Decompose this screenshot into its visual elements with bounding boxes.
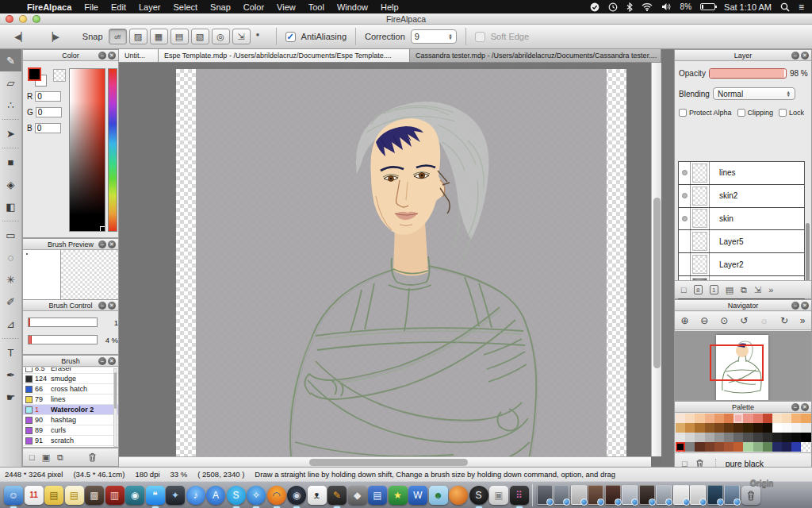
dock-document-thumb[interactable] <box>707 485 723 505</box>
palette-swatch[interactable] <box>685 414 695 423</box>
g-input[interactable] <box>36 107 62 117</box>
palette-swatch[interactable] <box>724 442 733 452</box>
palette-swatch[interactable] <box>753 442 763 452</box>
eyedropper-tool[interactable]: ✒ <box>0 364 21 386</box>
palette-swatch[interactable] <box>743 433 753 442</box>
dock-safari[interactable]: ✧ <box>247 486 266 505</box>
scatter-tool[interactable]: ∴ <box>0 94 21 116</box>
palette-swatch[interactable] <box>782 414 791 423</box>
select-rect-tool[interactable]: ▭ <box>0 224 21 246</box>
zoom-in-button[interactable]: ⊕ <box>680 315 688 326</box>
menu-file[interactable]: File <box>78 2 105 12</box>
dock-document-thumb[interactable] <box>571 485 587 505</box>
palette-swatch[interactable] <box>733 442 743 452</box>
prev-tab-button[interactable]: ◀▏ <box>8 32 34 42</box>
panel-close-icon[interactable]: ✕ <box>108 357 116 365</box>
palette-swatch[interactable] <box>763 423 772 433</box>
add-folder-button[interactable]: ▤ <box>726 285 733 295</box>
fill-rect-tool[interactable]: ■ <box>0 151 21 173</box>
palette-swatch[interactable] <box>753 423 763 433</box>
hand-tool[interactable]: ☛ <box>0 386 21 408</box>
dock-document-thumb[interactable] <box>553 485 569 505</box>
palette-swatch[interactable] <box>714 423 724 433</box>
palette-swatch[interactable] <box>705 414 714 423</box>
soft-edge-checkbox[interactable]: ✓ <box>475 32 485 42</box>
brush-opacity-slider[interactable] <box>28 335 98 344</box>
panel-close-icon[interactable]: ✕ <box>801 52 809 60</box>
document-tab-0[interactable]: Untit... <box>119 49 159 62</box>
palette-swatch[interactable] <box>753 414 763 423</box>
delete-brush-icon[interactable] <box>88 452 97 462</box>
palette-swatch[interactable] <box>763 433 772 442</box>
palette-swatch[interactable] <box>763 442 772 452</box>
zoom-reset-button[interactable]: ⊙ <box>720 315 728 326</box>
palette-swatch[interactable] <box>801 423 810 433</box>
bluetooth-icon[interactable] <box>626 2 633 12</box>
text-tool[interactable]: T <box>0 341 21 364</box>
palette-swatch[interactable] <box>772 442 782 452</box>
transparent-color-swatch[interactable] <box>53 69 66 82</box>
dock-blue-ledger[interactable]: ▤ <box>368 486 387 505</box>
notification-center-icon[interactable]: ≡ <box>799 2 804 13</box>
brush-item-eraser[interactable]: 8.5Eraser <box>23 368 118 374</box>
duplicate-brush-button[interactable]: ⧉ <box>57 452 63 463</box>
merge-layer-button[interactable]: ⇲ <box>754 285 761 295</box>
layer-row-lines[interactable]: lines <box>679 162 804 185</box>
panel-close-icon[interactable]: ✕ <box>801 403 809 411</box>
layer-visibility-toggle[interactable] <box>679 185 691 207</box>
pen-tool[interactable]: ✎ <box>0 49 21 71</box>
menu-clock[interactable]: Sat 1:10 AM <box>724 2 772 12</box>
clipping-checkbox[interactable] <box>737 109 745 117</box>
brush-item-lines[interactable]: 79lines <box>23 394 118 405</box>
palette-swatch[interactable] <box>763 414 772 423</box>
correction-select[interactable]: 9 ▲▼ <box>411 29 457 44</box>
dock-document-thumb[interactable] <box>537 485 553 505</box>
add-1bit-layer-button[interactable]: 1 <box>710 285 718 294</box>
palette-swatch[interactable] <box>801 442 810 452</box>
layer-visibility-toggle[interactable] <box>679 208 691 230</box>
palette-swatch[interactable] <box>676 414 685 423</box>
dock-sketch-pencil[interactable]: ✎ <box>327 486 347 505</box>
dock-red-folio[interactable]: ▥ <box>105 486 124 505</box>
eraser-tool[interactable]: ▱ <box>0 71 21 94</box>
rotate-right-button[interactable]: ↻ <box>780 315 788 326</box>
layer-row-skin[interactable]: skin <box>679 208 804 231</box>
dock-document-thumb[interactable] <box>673 485 689 505</box>
gradient-tool[interactable]: ◧ <box>0 195 21 217</box>
palette-swatch[interactable] <box>724 414 733 423</box>
palette-swatch[interactable] <box>705 442 714 452</box>
move-tool[interactable]: ➤ <box>0 122 21 144</box>
palette-swatch[interactable] <box>733 423 743 433</box>
blending-select[interactable]: Normal ▲▼ <box>713 87 795 100</box>
dock-calendar[interactable]: 11 <box>25 486 44 505</box>
dock-launchpad[interactable]: ✦ <box>166 486 185 505</box>
navigator-more-button[interactable]: » <box>800 315 806 326</box>
palette-swatch[interactable] <box>685 433 695 442</box>
palette-swatch[interactable] <box>791 442 801 452</box>
panel-close-icon[interactable]: ✕ <box>108 302 116 310</box>
layer-visibility-toggle[interactable] <box>679 162 691 184</box>
snap-concentric-button[interactable]: ◎ <box>212 29 230 44</box>
palette-swatch[interactable] <box>782 442 791 452</box>
layer-visibility-toggle[interactable] <box>679 230 691 252</box>
menu-tool[interactable]: Tool <box>302 2 331 12</box>
brush-item-curls[interactable]: 89curls <box>23 425 118 436</box>
menu-layer[interactable]: Layer <box>132 2 167 12</box>
lasso-tool[interactable]: ◌ <box>0 246 21 268</box>
dock-document-thumb[interactable] <box>639 485 655 505</box>
panel-collapse-icon[interactable]: – <box>98 241 106 248</box>
palette-swatch[interactable] <box>714 414 724 423</box>
dock-app-store[interactable]: A <box>206 486 225 505</box>
next-tab-button[interactable]: ▕▶ <box>40 32 66 42</box>
palette-swatch[interactable] <box>724 433 733 442</box>
palette-swatch[interactable] <box>772 423 782 433</box>
add-layer-button[interactable]: □ <box>681 285 687 294</box>
palette-swatch[interactable] <box>743 414 753 423</box>
dock-s-dark[interactable]: S <box>469 486 488 505</box>
dock-document-thumb[interactable] <box>656 485 672 505</box>
snap-off-button[interactable]: off <box>109 29 127 44</box>
sync-check-icon[interactable] <box>590 2 599 12</box>
dock-document-thumb[interactable] <box>605 485 621 505</box>
palette-swatch[interactable] <box>772 414 782 423</box>
add-8bit-layer-button[interactable]: 8 <box>694 285 703 294</box>
